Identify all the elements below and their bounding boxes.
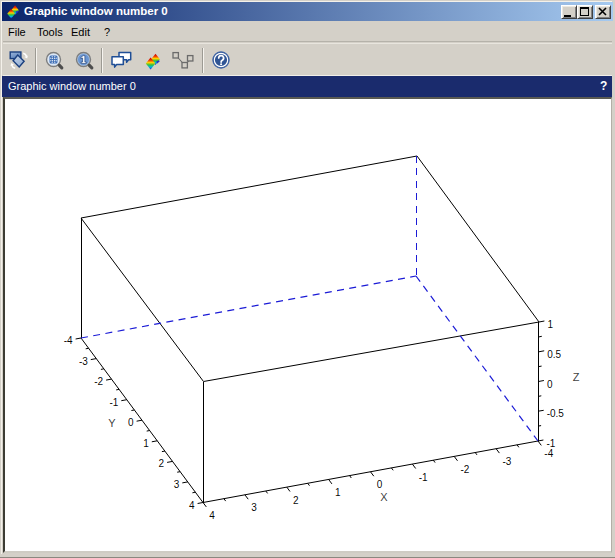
svg-text:1: 1 (547, 319, 553, 330)
svg-text:-4: -4 (544, 448, 553, 459)
svg-text:0: 0 (128, 417, 134, 428)
svg-text:-0.5: -0.5 (547, 408, 565, 419)
svg-text:Y: Y (108, 417, 116, 429)
svg-text:3: 3 (251, 502, 257, 513)
svg-text:2: 2 (159, 458, 165, 469)
svg-text:1: 1 (143, 438, 149, 449)
svg-text:1: 1 (335, 487, 341, 498)
svg-text:-2: -2 (94, 376, 103, 387)
svg-text:0: 0 (377, 479, 383, 490)
svg-text:-3: -3 (79, 356, 88, 367)
svg-text:2: 2 (293, 495, 299, 506)
svg-text:-4: -4 (64, 335, 73, 346)
svg-text:Z: Z (573, 371, 580, 383)
svg-text:-1: -1 (419, 472, 428, 483)
svg-text:-1: -1 (546, 438, 555, 449)
svg-text:-3: -3 (502, 456, 511, 467)
svg-text:X: X (380, 491, 388, 503)
svg-text:3: 3 (174, 479, 180, 490)
svg-text:0.5: 0.5 (547, 349, 561, 360)
svg-text:0: 0 (547, 379, 553, 390)
svg-text:-2: -2 (461, 464, 470, 475)
svg-text:4: 4 (189, 500, 195, 511)
svg-text:-1: -1 (109, 397, 118, 408)
svg-text:4: 4 (209, 510, 215, 521)
